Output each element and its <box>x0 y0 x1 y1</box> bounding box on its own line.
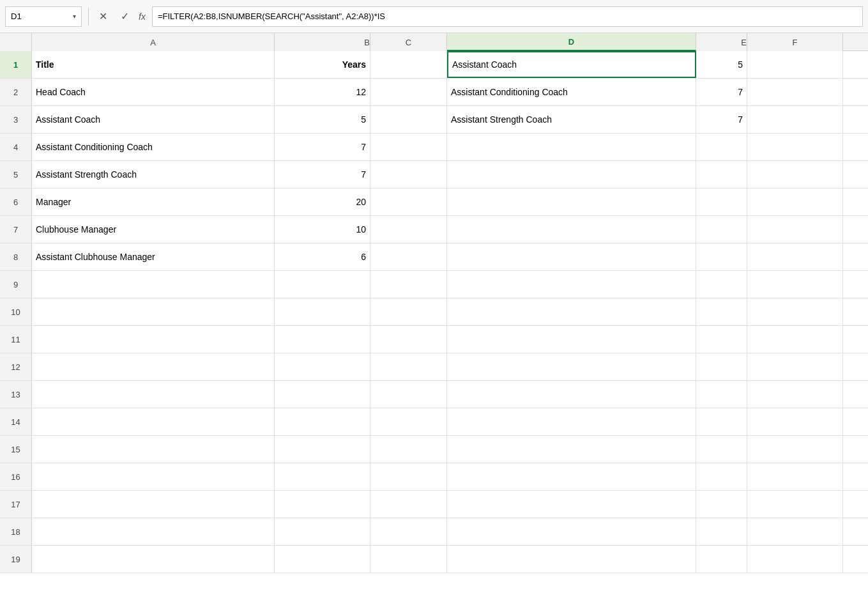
cell-E19[interactable] <box>696 546 747 573</box>
cell-F10[interactable] <box>747 298 843 325</box>
cell-B15[interactable] <box>275 436 370 463</box>
cell-A19[interactable] <box>32 546 275 573</box>
cell-D19[interactable] <box>447 546 696 573</box>
cell-E7[interactable] <box>696 216 747 243</box>
cell-F4[interactable] <box>747 134 843 160</box>
cell-B17[interactable] <box>275 491 370 518</box>
cell-F13[interactable] <box>747 381 843 408</box>
cell-E5[interactable] <box>696 161 747 188</box>
cell-F15[interactable] <box>747 436 843 463</box>
cell-B3[interactable]: 5 <box>275 106 370 133</box>
cell-E12[interactable] <box>696 353 747 380</box>
cell-F6[interactable] <box>747 189 843 215</box>
cell-C1[interactable] <box>370 51 447 78</box>
cell-A5[interactable]: Assistant Strength Coach <box>32 161 275 188</box>
cell-A3[interactable]: Assistant Coach <box>32 106 275 133</box>
cell-C18[interactable] <box>370 518 447 545</box>
cell-D13[interactable] <box>447 381 696 408</box>
cell-E14[interactable] <box>696 408 747 435</box>
cell-E17[interactable] <box>696 491 747 518</box>
cell-A1[interactable]: Title <box>32 51 275 78</box>
cell-E15[interactable] <box>696 436 747 463</box>
cell-F14[interactable] <box>747 408 843 435</box>
cell-C13[interactable] <box>370 381 447 408</box>
cell-D15[interactable] <box>447 436 696 463</box>
cell-E16[interactable] <box>696 463 747 490</box>
cell-A9[interactable] <box>32 271 275 298</box>
cell-A13[interactable] <box>32 381 275 408</box>
cell-B14[interactable] <box>275 408 370 435</box>
col-header-F[interactable]: F <box>747 33 843 51</box>
cell-B11[interactable] <box>275 326 370 353</box>
cell-F12[interactable] <box>747 353 843 380</box>
cell-F17[interactable] <box>747 491 843 518</box>
cell-B19[interactable] <box>275 546 370 573</box>
cell-B13[interactable] <box>275 381 370 408</box>
cell-D2[interactable]: Assistant Conditioning Coach <box>447 79 696 105</box>
cell-A16[interactable] <box>32 463 275 490</box>
cell-E6[interactable] <box>696 189 747 215</box>
cell-E13[interactable] <box>696 381 747 408</box>
col-header-E[interactable]: E <box>696 33 747 51</box>
cell-D12[interactable] <box>447 353 696 380</box>
cell-C8[interactable] <box>370 243 447 270</box>
cell-A8[interactable]: Assistant Clubhouse Manager <box>32 243 275 270</box>
cell-C6[interactable] <box>370 189 447 215</box>
confirm-icon[interactable]: ✓ <box>117 10 132 22</box>
cell-D5[interactable] <box>447 161 696 188</box>
cell-A7[interactable]: Clubhouse Manager <box>32 216 275 243</box>
cell-F1[interactable] <box>747 51 843 78</box>
col-header-C[interactable]: C <box>370 33 447 51</box>
cell-C4[interactable] <box>370 134 447 160</box>
cell-B4[interactable]: 7 <box>275 134 370 160</box>
cell-B9[interactable] <box>275 271 370 298</box>
cell-D3[interactable]: Assistant Strength Coach <box>447 106 696 133</box>
cell-F9[interactable] <box>747 271 843 298</box>
cell-A14[interactable] <box>32 408 275 435</box>
cell-B2[interactable]: 12 <box>275 79 370 105</box>
col-header-D[interactable]: D <box>447 33 696 51</box>
cell-B18[interactable] <box>275 518 370 545</box>
cell-C19[interactable] <box>370 546 447 573</box>
cell-A4[interactable]: Assistant Conditioning Coach <box>32 134 275 160</box>
cell-D4[interactable] <box>447 134 696 160</box>
cell-reference-box[interactable]: D1 ▾ <box>5 6 82 27</box>
cell-F11[interactable] <box>747 326 843 353</box>
cell-A15[interactable] <box>32 436 275 463</box>
cell-D18[interactable] <box>447 518 696 545</box>
cell-E8[interactable] <box>696 243 747 270</box>
cell-C3[interactable] <box>370 106 447 133</box>
cell-D1[interactable]: Assistant Coach <box>447 51 696 78</box>
cell-C5[interactable] <box>370 161 447 188</box>
cancel-icon[interactable]: ✕ <box>95 10 110 22</box>
cell-D7[interactable] <box>447 216 696 243</box>
cell-B10[interactable] <box>275 298 370 325</box>
cell-B7[interactable]: 10 <box>275 216 370 243</box>
cell-E9[interactable] <box>696 271 747 298</box>
cell-C14[interactable] <box>370 408 447 435</box>
cell-A2[interactable]: Head Coach <box>32 79 275 105</box>
cell-C17[interactable] <box>370 491 447 518</box>
cell-D17[interactable] <box>447 491 696 518</box>
cell-B1[interactable]: Years <box>275 51 370 78</box>
cell-E1[interactable]: 5 <box>696 51 747 78</box>
cell-D8[interactable] <box>447 243 696 270</box>
cell-E3[interactable]: 7 <box>696 106 747 133</box>
cell-D11[interactable] <box>447 326 696 353</box>
cell-D9[interactable] <box>447 271 696 298</box>
cell-B5[interactable]: 7 <box>275 161 370 188</box>
cell-C11[interactable] <box>370 326 447 353</box>
cell-ref-dropdown-icon[interactable]: ▾ <box>73 13 76 20</box>
cell-B8[interactable]: 6 <box>275 243 370 270</box>
cell-D14[interactable] <box>447 408 696 435</box>
cell-F18[interactable] <box>747 518 843 545</box>
cell-E10[interactable] <box>696 298 747 325</box>
cell-F8[interactable] <box>747 243 843 270</box>
cell-A12[interactable] <box>32 353 275 380</box>
cell-C15[interactable] <box>370 436 447 463</box>
cell-F5[interactable] <box>747 161 843 188</box>
cell-C12[interactable] <box>370 353 447 380</box>
cell-F7[interactable] <box>747 216 843 243</box>
cell-D10[interactable] <box>447 298 696 325</box>
cell-C2[interactable] <box>370 79 447 105</box>
